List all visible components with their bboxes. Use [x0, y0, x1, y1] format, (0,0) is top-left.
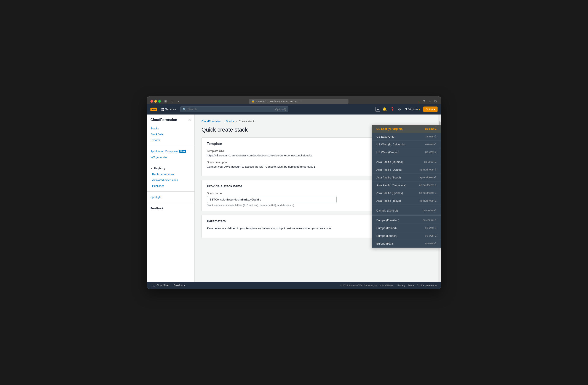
sidebar-item-stacks[interactable]: Stacks [147, 125, 194, 131]
application-composer-link[interactable]: Application Composer [150, 150, 178, 153]
sidebar-item-iac-generator[interactable]: IaC generator [147, 154, 194, 160]
breadcrumb-current: Create stack [239, 120, 254, 123]
region-item[interactable]: Asia Pacific (Sydney)ap-southeast-2 [372, 189, 441, 197]
region-code: ap-southeast-2 [419, 191, 437, 194]
region-item[interactable]: Asia Pacific (Seoul)ap-northeast-2 [372, 174, 441, 182]
region-item[interactable]: Europe (Paris)eu-west-3 [372, 240, 441, 248]
feedback-label: Feedback [150, 207, 164, 210]
region-item[interactable]: Asia Pacific (Singapore)ap-southeast-1 [372, 182, 441, 189]
region-name: Asia Pacific (Mumbai) [376, 160, 404, 163]
region-label: N. Virginia [405, 108, 418, 111]
region-name: US East (Ohio) [376, 135, 395, 138]
sidebar-item-spotlight[interactable]: Spotlight [147, 194, 194, 200]
chevron-down-icon[interactable]: ⌄ [170, 99, 175, 103]
region-caret-icon: ▲ [419, 108, 421, 110]
region-item[interactable]: US West (Oregon)us-west-2 [372, 148, 441, 156]
region-code: ap-northeast-2 [420, 176, 437, 179]
cookie-preferences-link[interactable]: Cookie preferences [417, 284, 438, 287]
breadcrumb: CloudFormation › Stacks › Create stack [202, 120, 434, 123]
region-button[interactable]: N. Virginia ▲ [403, 106, 423, 112]
region-item[interactable]: US East (Ohio)us-east-2 [372, 133, 441, 141]
region-separator [372, 157, 441, 157]
back-button[interactable]: ‹ [177, 99, 180, 103]
aws-logo: aws [150, 108, 157, 111]
region-item[interactable]: Asia Pacific (Tokyo)ap-northeast-1 [372, 197, 441, 205]
lock-icon: 🔒 [252, 100, 255, 103]
guide-button[interactable]: Guide ▾ [423, 106, 438, 112]
guide-caret-icon: ▾ [434, 108, 435, 111]
sidebar-item-activated-extensions[interactable]: Activated extensions [147, 177, 194, 183]
search-shortcut: [Option+S] [274, 108, 286, 111]
sidebar-item-stacksets[interactable]: StackSets [147, 131, 194, 137]
region-item[interactable]: Asia Pacific (Osaka)ap-northeast-3 [372, 166, 441, 174]
search-input[interactable] [188, 108, 273, 111]
bottom-links: Privacy Terms Cookie preferences [398, 284, 438, 287]
browser-chrome: ⊞ ⌄ ‹ 🔒 us-east-1.console.aws.amazon.com… [147, 96, 441, 104]
sidebar-item-exports[interactable]: Exports [147, 137, 194, 143]
region-code: eu-west-3 [425, 242, 437, 245]
region-code: ap-northeast-3 [420, 168, 437, 171]
windows-icon[interactable]: ⧉ [433, 99, 438, 104]
region-item[interactable]: Europe (London)eu-west-2 [372, 232, 441, 240]
region-item[interactable]: Asia Pacific (Mumbai)ap-south-1 [372, 158, 441, 166]
sidebar-close-button[interactable]: ✕ [188, 118, 191, 122]
breadcrumb-stacks[interactable]: Stacks [226, 120, 234, 123]
search-icon: 🔍 [183, 108, 186, 111]
region-name: US West (Oregon) [376, 151, 399, 154]
aws-logo-text[interactable]: aws [150, 108, 157, 111]
browser-actions: ↓ ⬆ + ⧉ [418, 99, 438, 104]
address-bar[interactable]: 🔒 us-east-1.console.aws.amazon.com ⋯ [249, 99, 348, 104]
sidebar-item-application-composer[interactable]: Application Composer New [147, 148, 194, 154]
sidebar-item-publisher[interactable]: Publisher [147, 183, 194, 189]
services-label: Services [165, 108, 176, 111]
region-dropdown: US East (N. Virginia)us-east-1US East (O… [372, 125, 441, 248]
region-name: Asia Pacific (Sydney) [376, 191, 403, 195]
region-code: ap-southeast-1 [419, 184, 437, 187]
region-name: US West (N. California) [376, 143, 406, 146]
region-name: Asia Pacific (Singapore) [376, 184, 406, 187]
services-button[interactable]: Services [160, 106, 178, 112]
settings-icon[interactable]: ⚙ [397, 106, 402, 113]
sidebar-item-public-extensions[interactable]: Public extensions [147, 171, 194, 177]
stack-name-input[interactable] [207, 196, 336, 203]
registry-arrow-icon: ▼ [150, 167, 153, 170]
search-bar[interactable]: 🔍 [Option+S] [180, 106, 288, 112]
region-item[interactable]: US East (N. Virginia)us-east-1 [372, 125, 441, 133]
url-text: us-east-1.console.aws.amazon.com [256, 100, 297, 103]
breadcrumb-cloudformation[interactable]: CloudFormation [202, 120, 222, 123]
region-name: US East (N. Virginia) [376, 127, 403, 130]
sidebar-toggle-icon[interactable]: ⊞ [164, 99, 168, 103]
minimize-button[interactable] [154, 100, 157, 103]
region-item[interactable]: US West (N. California)us-west-1 [372, 141, 441, 148]
region-name: Europe (Ireland) [376, 226, 397, 230]
region-item[interactable]: Europe (Ireland)eu-west-1 [372, 224, 441, 232]
region-separator [372, 215, 441, 216]
terminal-nav-icon[interactable]: ▶ [376, 107, 380, 112]
maximize-button[interactable] [158, 100, 161, 103]
sidebar-feedback-section: Feedback [147, 205, 194, 211]
bottom-feedback-button[interactable]: Feedback [174, 284, 185, 287]
close-button[interactable] [150, 100, 153, 103]
region-code: us-west-1 [425, 143, 437, 146]
bottom-copyright: © 2024, Amazon Web Services, Inc. or its… [340, 284, 394, 287]
region-code: us-west-2 [425, 151, 437, 154]
region-code: ca-central-1 [423, 209, 437, 212]
registry-section-header[interactable]: ▼ Registry [147, 165, 194, 171]
region-item[interactable]: Canada (Central)ca-central-1 [372, 207, 441, 215]
more-icon[interactable]: ⋯ [300, 100, 302, 103]
new-badge: New [179, 150, 186, 153]
region-code: us-east-2 [426, 135, 437, 138]
region-code: ap-south-1 [424, 160, 437, 163]
cloudshell-button[interactable]: >_ CloudShell [150, 283, 170, 288]
new-tab-icon[interactable]: + [428, 99, 432, 104]
sidebar-title: CloudFormation [150, 118, 177, 122]
privacy-link[interactable]: Privacy [398, 284, 405, 287]
nav-icons: ▶ 🔔 ❓ ⚙ N. Virginia ▲ Guide ▾ [376, 106, 438, 113]
region-separator [372, 206, 441, 206]
terms-link[interactable]: Terms [408, 284, 414, 287]
bell-icon[interactable]: 🔔 [381, 106, 388, 113]
region-name: Asia Pacific (Seoul) [376, 176, 401, 179]
region-item[interactable]: Europe (Frankfurt)eu-central-1 [372, 217, 441, 224]
help-icon[interactable]: ❓ [389, 106, 396, 113]
share-icon[interactable]: ⬆ [422, 99, 426, 104]
